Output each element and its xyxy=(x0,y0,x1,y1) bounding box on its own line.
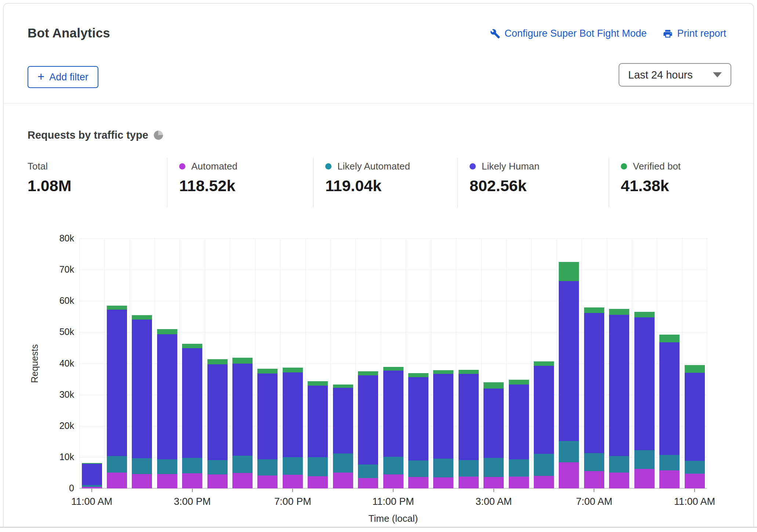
header-links: Configure Super Bot Fight Mode Print rep… xyxy=(490,28,726,39)
bar-3-00-am-16[interactable] xyxy=(483,382,504,488)
bar-7-00-pm-8[interactable] xyxy=(283,368,303,488)
bar-segment-likely-human xyxy=(283,372,303,457)
bar-segment-likely-automated xyxy=(308,457,328,476)
bar-10-00-pm-11[interactable] xyxy=(358,371,378,488)
bar-1-00-pm-2[interactable] xyxy=(132,315,152,488)
traffic-type-stats-row: Total1.08MAutomated118.52kLikely Automat… xyxy=(28,158,730,207)
add-filter-label: Add filter xyxy=(49,72,88,83)
bar-8-00-pm-9[interactable] xyxy=(308,381,328,488)
bar-segment-likely-human xyxy=(82,464,102,485)
stat-verified-bot: Verified bot41.38k xyxy=(609,158,730,207)
v-gridline xyxy=(330,238,331,488)
x-tick-label: 7:00 AM xyxy=(561,496,627,507)
bar-12-00-am-13[interactable] xyxy=(408,373,428,488)
bar-segment-automated xyxy=(82,487,102,488)
bar-11-00-am-24[interactable] xyxy=(685,365,705,488)
bar-segment-automated xyxy=(283,475,303,488)
bar-1-00-am-14[interactable] xyxy=(433,370,453,488)
x-tick-mark xyxy=(493,489,494,492)
bar-segment-likely-automated xyxy=(408,460,428,477)
v-gridline xyxy=(406,238,406,488)
bar-segment-verified-bot xyxy=(509,380,529,385)
bar-6-00-pm-7[interactable] xyxy=(257,369,278,488)
h-gridline xyxy=(79,301,707,301)
v-gridline xyxy=(657,238,657,488)
x-tick-label: 3:00 PM xyxy=(159,496,225,507)
bar-segment-verified-bot xyxy=(333,385,353,388)
bar-segment-likely-automated xyxy=(157,459,177,474)
bar-11-00-am-0[interactable] xyxy=(82,463,102,488)
bar-12-00-pm-1[interactable] xyxy=(107,306,127,488)
bar-segment-likely-human xyxy=(609,315,629,456)
bar-10-00-am-23[interactable] xyxy=(659,335,680,488)
bar-segment-automated xyxy=(383,474,403,488)
bar-7-00-am-20[interactable] xyxy=(584,307,604,488)
stat-automated: Automated118.52k xyxy=(167,158,313,207)
bar-segment-likely-human xyxy=(408,377,428,460)
bar-6-00-am-19[interactable] xyxy=(559,262,579,488)
bar-segment-likely-human xyxy=(509,385,529,459)
automated-legend-dot xyxy=(179,163,185,170)
bar-segment-likely-automated xyxy=(634,450,655,469)
configure-super-bot-fight-mode-link[interactable]: Configure Super Bot Fight Mode xyxy=(490,28,646,39)
bar-segment-verified-bot xyxy=(107,306,127,310)
stat-value: 119.04k xyxy=(325,177,457,195)
bar-segment-likely-automated xyxy=(207,460,228,474)
bar-5-00-am-18[interactable] xyxy=(534,361,554,488)
x-tick-mark xyxy=(393,489,394,492)
bar-segment-verified-bot xyxy=(82,463,102,464)
v-gridline xyxy=(355,238,356,488)
likely-human-legend-dot xyxy=(470,163,476,170)
stat-value: 1.08M xyxy=(28,177,167,195)
v-gridline xyxy=(707,238,707,488)
bar-8-00-am-21[interactable] xyxy=(609,309,629,488)
stat-label: Likely Human xyxy=(482,161,540,172)
v-gridline xyxy=(682,238,682,488)
bar-9-00-pm-10[interactable] xyxy=(333,385,353,488)
bar-segment-likely-automated xyxy=(232,456,253,473)
configure-link-label: Configure Super Bot Fight Mode xyxy=(504,28,646,39)
y-tick-label: 60k xyxy=(33,295,74,306)
add-filter-button[interactable]: + Add filter xyxy=(28,66,98,88)
bar-segment-automated xyxy=(232,473,253,488)
x-tick-label: 3:00 AM xyxy=(461,496,527,507)
bar-4-00-pm-5[interactable] xyxy=(207,359,228,488)
bar-segment-verified-bot xyxy=(383,367,403,371)
bar-segment-verified-bot xyxy=(308,381,328,386)
h-gridline xyxy=(79,270,707,270)
bar-11-00-pm-12[interactable] xyxy=(383,367,403,488)
stat-value: 802.56k xyxy=(470,177,609,195)
x-tick-label: 11:00 PM xyxy=(360,496,426,507)
v-gridline xyxy=(104,238,105,488)
bar-2-00-am-15[interactable] xyxy=(459,370,479,488)
likely-automated-legend-dot xyxy=(325,163,332,170)
print-report-link[interactable]: Print report xyxy=(663,28,726,39)
bar-segment-likely-human xyxy=(157,334,177,459)
time-range-select[interactable]: Last 24 hours xyxy=(619,63,731,87)
stat-total: Total1.08M xyxy=(28,158,167,207)
bar-segment-likely-automated xyxy=(132,458,152,474)
v-gridline xyxy=(130,238,130,488)
bar-segment-automated xyxy=(157,474,177,488)
section-title: Requests by traffic type xyxy=(28,129,163,141)
bar-segment-likely-automated xyxy=(584,453,604,471)
bar-segment-likely-human xyxy=(584,313,604,453)
v-gridline xyxy=(381,238,381,488)
bar-segment-likely-human xyxy=(634,317,655,451)
x-tick-mark xyxy=(694,489,695,492)
stat-label: Total xyxy=(28,161,48,172)
header-divider xyxy=(4,103,753,103)
v-gridline xyxy=(155,238,155,488)
x-tick-label: 11:00 AM xyxy=(59,496,125,507)
bar-2-00-pm-3[interactable] xyxy=(157,329,177,488)
bar-9-00-am-22[interactable] xyxy=(634,312,655,488)
bar-segment-likely-human xyxy=(383,371,403,457)
bar-4-00-am-17[interactable] xyxy=(509,380,529,488)
bar-segment-verified-bot xyxy=(634,312,655,317)
stat-label: Likely Automated xyxy=(337,161,410,172)
bar-3-00-pm-4[interactable] xyxy=(182,344,202,488)
verified-bot-legend-dot xyxy=(621,163,627,170)
bar-segment-likely-human xyxy=(308,386,328,457)
bar-5-00-pm-6[interactable] xyxy=(232,358,253,488)
section-title-label: Requests by traffic type xyxy=(28,129,148,141)
